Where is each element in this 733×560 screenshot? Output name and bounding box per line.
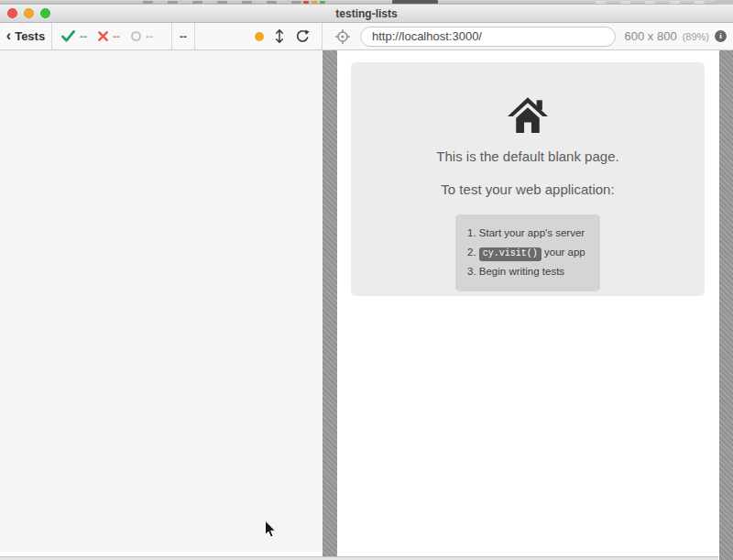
chevron-left-icon: ‹ <box>6 28 11 43</box>
steps-panel: 1. Start your app's server 2. cy.visit()… <box>455 214 600 291</box>
viewport-info-icon[interactable]: i <box>715 30 727 42</box>
background-tab-dash <box>217 1 227 4</box>
blank-page-heading: This is the default blank page. <box>351 148 705 164</box>
back-to-tests-button[interactable]: ‹ Tests <box>0 23 52 49</box>
step-item-2: 2. cy.visit() your app <box>467 243 586 262</box>
background-tab-dash <box>695 1 705 4</box>
passed-count: -- <box>80 30 87 43</box>
failed-count: -- <box>113 30 120 43</box>
reporter-panel <box>0 50 323 552</box>
main-content: This is the default blank page. To test … <box>0 50 733 560</box>
blank-page-subheading: To test your web application: <box>351 181 705 197</box>
background-tab-dash <box>242 1 252 4</box>
auto-scroll-dot-icon <box>255 32 264 41</box>
default-blank-page-panel: This is the default blank page. To test … <box>351 62 705 296</box>
step-text: your app <box>544 247 585 258</box>
background-tab-dash <box>143 1 153 4</box>
test-stats: -- -- -- <box>52 23 172 49</box>
background-tab-dash <box>596 1 606 4</box>
reload-icon[interactable] <box>295 29 310 44</box>
back-to-tests-label: Tests <box>15 29 45 43</box>
background-red-dot <box>303 1 309 4</box>
background-tab-dash <box>168 1 178 4</box>
step-number: 3. <box>467 266 476 277</box>
passed-stat: -- <box>61 30 87 43</box>
aut-container: This is the default blank page. To test … <box>323 50 733 560</box>
background-yellow-dot <box>312 1 317 4</box>
step-item-3: 3. Begin writing tests <box>467 262 586 281</box>
viewport-size-label: 600 x 800 <box>625 29 677 43</box>
background-tab-dash <box>291 1 301 4</box>
pending-circle-icon <box>131 31 141 41</box>
cypress-window: testing-lists ‹ Tests -- -- -- <box>0 0 733 560</box>
background-green-dot <box>320 1 325 4</box>
step-text: Start your app's server <box>479 227 585 238</box>
step-text: Begin writing tests <box>479 266 564 277</box>
background-tab-dash <box>192 1 202 4</box>
x-icon <box>98 31 108 41</box>
background-tab-dash <box>645 1 655 4</box>
home-icon <box>508 97 548 134</box>
selector-playground-icon[interactable] <box>335 29 350 44</box>
background-tab-dash <box>670 1 680 4</box>
code-chip: cy.visit() <box>479 247 542 261</box>
aut-viewport: This is the default blank page. To test … <box>337 50 719 560</box>
background-title-blob <box>392 0 438 4</box>
window-titlebar: testing-lists <box>0 5 733 23</box>
url-input[interactable] <box>360 27 616 47</box>
background-tab-dash <box>620 1 630 4</box>
window-bottom-edge <box>0 556 718 560</box>
resize-updown-icon[interactable] <box>275 28 284 44</box>
failed-stat: -- <box>98 30 120 43</box>
step-number: 2. <box>467 247 476 258</box>
url-section: 600 x 800 (89%) i <box>323 23 733 49</box>
check-icon <box>61 30 75 42</box>
test-duration: -- <box>172 23 195 49</box>
pending-count: -- <box>146 30 153 43</box>
toolbar: ‹ Tests -- -- -- -- <box>0 23 733 50</box>
step-item-1: 1. Start your app's server <box>467 224 586 243</box>
duration-value: -- <box>180 30 187 43</box>
pending-stat: -- <box>131 30 153 43</box>
viewport-controls <box>195 23 323 49</box>
window-title: testing-lists <box>0 5 733 23</box>
viewport-scale-label: (89%) <box>683 31 709 42</box>
background-tab-dash <box>267 1 277 4</box>
mouse-cursor <box>264 520 277 538</box>
step-number: 1. <box>467 227 476 238</box>
